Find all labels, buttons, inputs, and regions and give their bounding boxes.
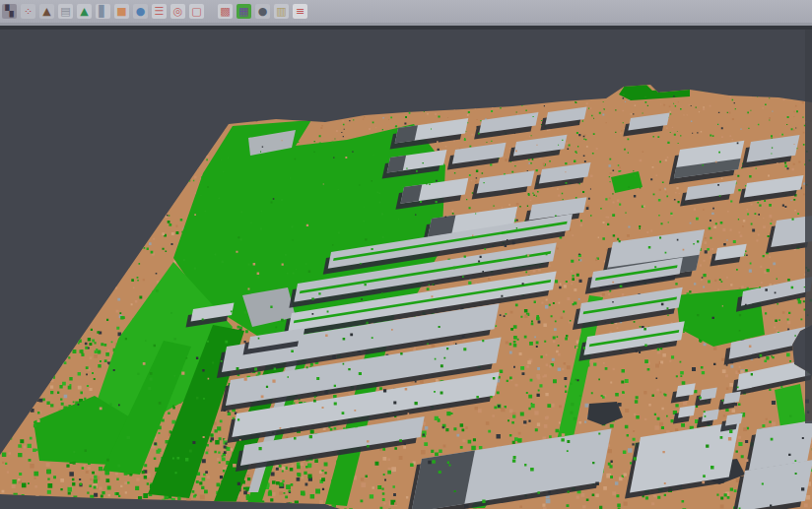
profile-icon[interactable]: ☰ <box>152 4 167 19</box>
select-icon[interactable]: ▚ <box>2 4 17 19</box>
hills-icon[interactable]: ▲ <box>77 4 92 19</box>
grid-icon[interactable]: ▤ <box>58 4 73 19</box>
globe-icon[interactable]: ● <box>133 4 148 19</box>
checker-icon[interactable]: ▩ <box>218 4 233 19</box>
layers-icon[interactable]: ≡ <box>293 4 307 19</box>
extent-icon[interactable]: ▢ <box>189 4 204 19</box>
measure-icon[interactable]: ▥ <box>274 4 289 19</box>
orthoimage-icon[interactable]: ■ <box>114 4 129 19</box>
viewport-right-edge <box>805 30 812 423</box>
sphere-icon[interactable]: ● <box>255 4 270 19</box>
toolbar-separator <box>208 4 214 19</box>
building-icon[interactable]: ▋ <box>96 4 110 19</box>
points-icon[interactable]: ⁘ <box>21 4 35 19</box>
main-toolbar: ▚⁘▲▤▲▋■●☰◎▢▩▦●▥≡ <box>0 0 812 23</box>
terrain-icon[interactable]: ▲ <box>39 4 54 19</box>
point-cloud-scene <box>0 30 812 509</box>
target-icon[interactable]: ◎ <box>170 4 185 19</box>
viewport-3d[interactable] <box>0 30 812 509</box>
classification-icon[interactable]: ▦ <box>237 4 251 19</box>
